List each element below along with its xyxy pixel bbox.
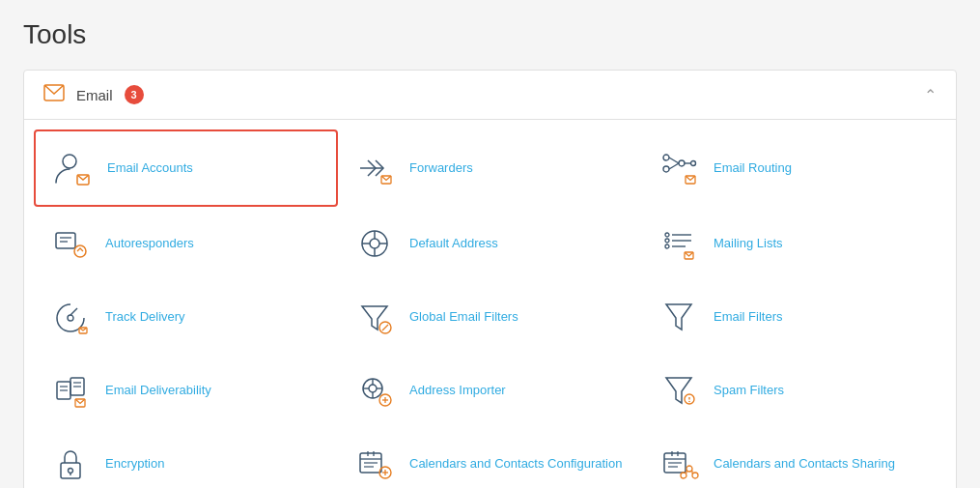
svg-point-45 xyxy=(369,385,377,392)
calendars-contacts-config-icon xyxy=(353,443,396,485)
spam-filters-icon xyxy=(658,369,700,412)
email-accounts-icon xyxy=(51,147,94,189)
email-routing-icon xyxy=(658,147,700,189)
svg-point-27 xyxy=(665,239,669,243)
spam-filters-label: Spam Filters xyxy=(714,382,784,399)
grid-item-email-routing[interactable]: Email Routing xyxy=(642,129,946,207)
address-importer-label: Address Importer xyxy=(409,382,506,399)
svg-point-6 xyxy=(663,166,669,172)
grid-item-mailing-lists[interactable]: Mailing Lists xyxy=(642,207,946,280)
grid-item-calendars-contacts-sharing[interactable]: Calendars and Contacts Sharing xyxy=(642,427,946,488)
address-importer-icon xyxy=(353,369,396,412)
section-badge: 3 xyxy=(125,85,144,104)
track-delivery-icon xyxy=(49,296,92,338)
email-routing-label: Email Routing xyxy=(714,159,792,177)
grid-item-spam-filters[interactable]: Spam Filters xyxy=(642,354,946,427)
grid-item-email-deliverability[interactable]: Email Deliverability xyxy=(34,354,338,427)
encryption-label: Encryption xyxy=(105,455,164,473)
items-grid: Email Accounts Forwarders xyxy=(24,120,956,488)
svg-point-11 xyxy=(691,161,696,166)
grid-item-track-delivery[interactable]: Track Delivery xyxy=(34,280,338,354)
svg-point-5 xyxy=(663,155,669,160)
forwarders-label: Forwarders xyxy=(409,159,473,177)
page-title: Tools xyxy=(23,19,957,50)
email-filters-icon xyxy=(658,296,700,338)
grid-item-global-email-filters[interactable]: Global Email Filters xyxy=(338,280,642,354)
email-deliverability-label: Email Deliverability xyxy=(105,382,211,399)
email-filters-label: Email Filters xyxy=(714,308,783,326)
grid-item-encryption[interactable]: Encryption xyxy=(34,427,338,488)
email-accounts-label: Email Accounts xyxy=(107,159,193,177)
grid-item-autoresponders[interactable]: Autoresponders xyxy=(34,207,338,280)
grid-item-calendars-contacts-config[interactable]: Calendars and Contacts Configuration xyxy=(338,427,642,488)
svg-point-1 xyxy=(63,155,76,168)
svg-marker-33 xyxy=(362,306,387,330)
svg-line-8 xyxy=(669,158,679,163)
default-address-icon xyxy=(353,222,396,265)
section-title: Email xyxy=(76,87,113,103)
svg-marker-53 xyxy=(666,378,691,403)
encryption-icon xyxy=(49,443,92,485)
svg-rect-57 xyxy=(61,463,80,478)
svg-line-35 xyxy=(382,325,388,330)
email-deliverability-icon xyxy=(49,369,92,412)
chevron-up-icon: ⌃ xyxy=(924,86,937,104)
email-section-header[interactable]: Email 3 ⌃ xyxy=(24,71,956,120)
global-email-filters-label: Global Email Filters xyxy=(409,308,518,326)
svg-point-56 xyxy=(688,401,690,403)
calendars-contacts-sharing-icon xyxy=(658,443,700,485)
svg-point-76 xyxy=(681,473,686,478)
mailing-lists-label: Mailing Lists xyxy=(714,235,783,252)
svg-point-16 xyxy=(74,245,86,257)
svg-point-28 xyxy=(665,244,669,248)
svg-line-31 xyxy=(70,308,77,315)
mailing-lists-icon xyxy=(658,222,700,265)
calendars-contacts-config-label: Calendars and Contacts Configuration xyxy=(409,455,622,473)
section-header-left: Email 3 xyxy=(43,84,144,105)
svg-point-18 xyxy=(370,239,379,248)
grid-item-email-filters[interactable]: Email Filters xyxy=(642,280,946,354)
autoresponders-label: Autoresponders xyxy=(105,235,194,252)
grid-item-default-address[interactable]: Default Address xyxy=(338,207,642,280)
grid-item-address-importer[interactable]: Address Importer xyxy=(338,354,642,427)
svg-line-9 xyxy=(669,163,679,169)
grid-item-email-accounts[interactable]: Email Accounts xyxy=(34,129,338,207)
email-section-card: Email 3 ⌃ Email Accounts xyxy=(23,70,957,488)
svg-point-75 xyxy=(686,466,692,472)
forwarders-icon xyxy=(353,147,396,189)
svg-point-7 xyxy=(679,160,685,166)
track-delivery-label: Track Delivery xyxy=(105,308,185,326)
grid-item-forwarders[interactable]: Forwarders xyxy=(338,129,642,207)
svg-point-77 xyxy=(692,473,698,478)
email-icon xyxy=(43,84,65,105)
svg-point-58 xyxy=(69,469,73,474)
autoresponders-icon xyxy=(49,222,92,265)
svg-point-30 xyxy=(68,315,73,321)
svg-rect-13 xyxy=(56,233,75,248)
global-email-filters-icon xyxy=(353,296,396,338)
default-address-label: Default Address xyxy=(409,235,498,252)
svg-point-26 xyxy=(665,233,669,237)
svg-marker-36 xyxy=(666,304,691,330)
calendars-contacts-sharing-label: Calendars and Contacts Sharing xyxy=(714,455,895,473)
